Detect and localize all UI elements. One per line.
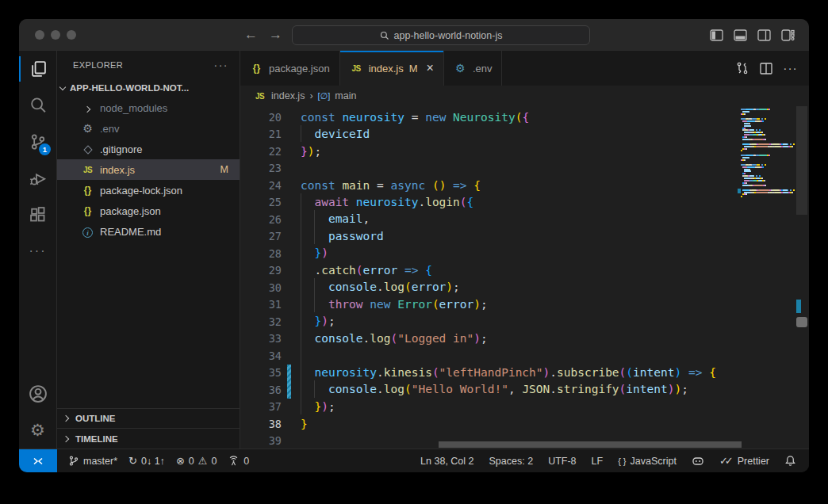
activity-accounts-button[interactable]	[19, 376, 56, 412]
overview-ruler-modified-marker	[796, 300, 801, 313]
code-line-23[interactable]: 23	[240, 160, 809, 178]
remote-indicator[interactable]	[19, 449, 57, 472]
zoom-window-button[interactable]	[67, 30, 76, 40]
file-tree-item--env[interactable]: ⚙.env	[57, 118, 240, 139]
navigate-back-button[interactable]: ←	[244, 27, 258, 43]
code-line-21[interactable]: 21deviceId	[240, 126, 809, 143]
file-tree-item-readme-md[interactable]: iREADME.md	[57, 221, 240, 242]
file-tree-item--gitignore[interactable]: .gitignore	[57, 139, 240, 159]
minimap[interactable]	[738, 106, 795, 200]
activity-bar: 1··· ⚙	[19, 51, 57, 449]
activity-more-button[interactable]: ···	[19, 233, 56, 269]
git-modified-badge: M	[220, 164, 232, 175]
file-tree-item-package-lock-json[interactable]: {}package-lock.json	[57, 180, 240, 200]
chevron-right-icon	[81, 102, 94, 114]
encoding-setting[interactable]: UTF-8	[548, 456, 576, 467]
vertical-scrollbar[interactable]	[795, 106, 809, 449]
toggle-panel-left-icon[interactable]	[710, 29, 723, 41]
file-label: .env	[100, 123, 232, 135]
split-editor-icon[interactable]	[760, 63, 772, 74]
eol-setting[interactable]: LF	[592, 456, 604, 467]
code-line-34[interactable]: 34	[240, 347, 809, 365]
code-line-36[interactable]: 36console.log("Hello World!", JSON.strin…	[240, 381, 809, 399]
compare-changes-icon[interactable]	[736, 62, 749, 74]
source-control-badge: 1	[39, 143, 51, 155]
code-line-29[interactable]: 29.catch(error => {	[240, 262, 809, 280]
code-line-24[interactable]: 24const main = async () => {	[240, 177, 809, 194]
minimize-window-button[interactable]	[51, 30, 60, 40]
code-editor[interactable]: 20const neurosity = new Neurosity({21dev…	[240, 106, 809, 449]
tab-package-json[interactable]: {}package.json	[240, 51, 340, 86]
formatter-status[interactable]: ✓✓ Prettier	[719, 455, 769, 467]
horizontal-scrollbar[interactable]	[240, 441, 795, 449]
cursor-position[interactable]: Ln 38, Col 2	[420, 456, 473, 467]
line-number: 38	[240, 418, 282, 430]
sidebar-panel-outline[interactable]: OUTLINE	[57, 409, 240, 429]
code-line-25[interactable]: 25await neurosity.login({	[240, 194, 809, 212]
file-tree-item-package-json[interactable]: {}package.json	[57, 200, 240, 221]
activity-extensions-button[interactable]	[19, 197, 56, 233]
workspace-section-header[interactable]: APP-HELLO-WORLD-NOT...	[57, 78, 240, 97]
code-content: .catch(error => {	[282, 262, 432, 281]
editor-more-actions[interactable]: ···	[784, 62, 799, 74]
code-line-38[interactable]: 38}	[240, 415, 809, 433]
git-branch-status[interactable]: master*	[68, 455, 117, 467]
problems-status[interactable]: ⊗ 0 ⚠ 0	[176, 455, 217, 467]
notifications-bell-icon[interactable]	[784, 455, 796, 467]
toggle-panel-bottom-icon[interactable]	[734, 29, 747, 41]
ports-status[interactable]: 0	[228, 455, 249, 467]
code-content: deviceId	[282, 125, 370, 144]
explorer-more-actions[interactable]: ···	[214, 59, 229, 71]
file-label: package.json	[100, 205, 232, 217]
line-number: 36	[240, 384, 282, 396]
code-line-32[interactable]: 32});	[240, 313, 809, 330]
code-line-37[interactable]: 37});	[240, 399, 809, 416]
customize-layout-icon[interactable]	[781, 29, 795, 41]
indentation-setting[interactable]: Spaces: 2	[489, 456, 534, 467]
vertical-scrollbar-slider[interactable]	[796, 106, 807, 215]
line-number: 27	[240, 230, 282, 242]
code-line-22[interactable]: 22});	[240, 143, 809, 160]
code-line-33[interactable]: 33console.log("Logged in");	[240, 330, 809, 348]
git-sync-status[interactable]: ↻ 0↓ 1↑	[128, 455, 165, 467]
file-tree-item-index-js[interactable]: JSindex.jsM	[57, 159, 240, 180]
chevron-down-icon	[59, 83, 66, 90]
activity-explorer-button[interactable]	[19, 51, 56, 87]
tab-index-js[interactable]: JSindex.jsM×	[340, 51, 444, 86]
sidebar-panel-timeline[interactable]: TIMELINE	[57, 429, 240, 449]
code-line-27[interactable]: 27password	[240, 228, 809, 246]
code-line-30[interactable]: 30console.log(error);	[240, 279, 809, 296]
line-number: 33	[240, 332, 282, 345]
copilot-icon[interactable]	[692, 456, 704, 467]
activity-settings-button[interactable]: ⚙	[19, 412, 56, 449]
horizontal-scrollbar-slider[interactable]	[439, 441, 742, 448]
close-window-button[interactable]	[35, 30, 44, 40]
toggle-panel-right-icon[interactable]	[757, 29, 771, 41]
code-content: neurosity.kinesis("leftHandPinch").subsc…	[282, 364, 716, 383]
indent-guide	[301, 364, 314, 381]
breadcrumb-file[interactable]: index.js	[271, 90, 305, 101]
file-tree-item-node-modules[interactable]: node_modules	[57, 97, 240, 118]
command-center-search[interactable]: app-hello-world-notion-js	[292, 25, 590, 45]
tab-label: index.js	[369, 63, 404, 74]
navigate-forward-button[interactable]: →	[269, 27, 282, 43]
code-content: const main = async () => {	[282, 179, 481, 192]
code-line-35[interactable]: 35neurosity.kinesis("leftHandPinch").sub…	[240, 365, 809, 382]
code-line-26[interactable]: 26email,	[240, 211, 809, 228]
close-tab-icon[interactable]: ×	[427, 61, 434, 75]
indent-guide	[301, 193, 314, 211]
indent-guide	[301, 346, 314, 364]
code-line-28[interactable]: 28})	[240, 245, 809, 262]
tab-label: .env	[473, 63, 493, 74]
overview-ruler-slider[interactable]	[796, 317, 807, 327]
line-number: 25	[240, 196, 282, 208]
code-line-20[interactable]: 20const neurosity = new Neurosity({	[240, 109, 809, 126]
breadcrumb-symbol[interactable]: main	[335, 90, 356, 101]
line-number: 30	[240, 281, 282, 294]
language-mode[interactable]: { } JavaScript	[618, 456, 677, 467]
activity-source-control-button[interactable]: 1	[19, 124, 56, 160]
tab--env[interactable]: ⚙.env	[444, 51, 503, 86]
activity-run-debug-button[interactable]	[19, 160, 56, 197]
activity-search-button[interactable]	[19, 87, 56, 124]
code-line-31[interactable]: 31throw new Error(error);	[240, 296, 809, 314]
